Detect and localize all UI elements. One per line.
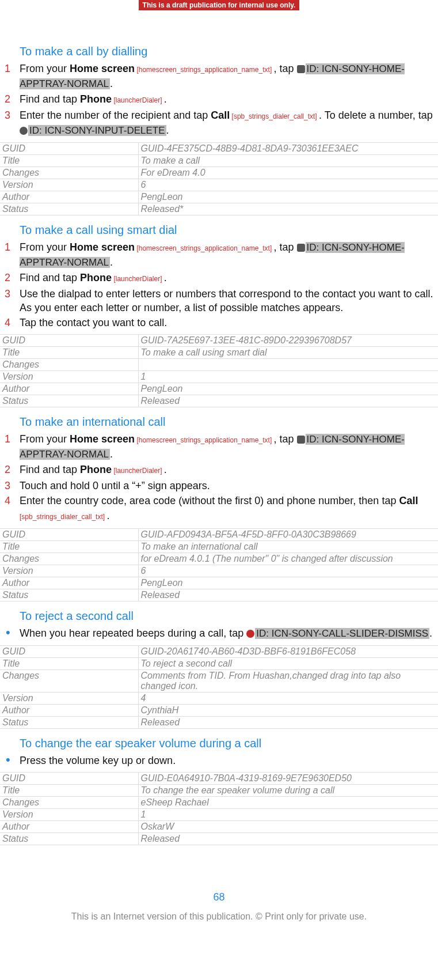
meta-key: GUID	[0, 646, 138, 658]
phone-ref: [launcherDialer]	[112, 275, 164, 283]
meta-row: TitleTo make a call using smart dial	[0, 347, 438, 359]
meta-value: To make a call	[138, 155, 438, 167]
step-text: Touch and hold 0 until a “+” sign appear…	[20, 479, 436, 493]
step-item: 1From your Home screen [homescreen_strin…	[2, 62, 438, 92]
meta-row: AuthorCynthiaH	[0, 705, 438, 717]
meta-row: ChangesComments from TID. From Huashan,c…	[0, 670, 438, 693]
meta-value: OskarW	[138, 821, 438, 833]
meta-key: Version	[0, 565, 138, 577]
phone-label: Phone	[80, 93, 112, 105]
bullet-icon: •	[2, 754, 20, 766]
step-text: Find and tap Phone [launcherDialer] .	[20, 92, 436, 107]
meta-row: TitleTo make an international call	[0, 541, 438, 553]
meta-row: Version4	[0, 693, 438, 705]
meta-key: Version	[0, 371, 138, 383]
step-number: 1	[2, 240, 20, 254]
step-text: Enter the country code, area code (witho…	[20, 494, 436, 524]
meta-key: Title	[0, 347, 138, 359]
step-text: Find and tap Phone [launcherDialer] .	[20, 271, 436, 286]
home-screen-label: Home screen	[70, 433, 135, 445]
phone-ref: [launcherDialer]	[112, 96, 164, 104]
page-number: 68	[0, 891, 438, 903]
meta-value: CynthiaH	[138, 705, 438, 717]
step-number: 3	[2, 287, 20, 301]
meta-value: 4	[138, 693, 438, 705]
step-number: 2	[2, 92, 20, 106]
step-number: 1	[2, 432, 20, 446]
meta-key: Author	[0, 191, 138, 203]
meta-row: Version6	[0, 179, 438, 191]
meta-key: Status	[0, 395, 138, 407]
meta-key: Version	[0, 693, 138, 705]
meta-row: AuthorPengLeon	[0, 577, 438, 589]
bullet-icon: •	[2, 626, 20, 639]
meta-value: PengLeon	[138, 191, 438, 203]
meta-row: ChangeseSheep Rachael	[0, 797, 438, 809]
meta-row: StatusReleased	[0, 833, 438, 845]
meta-value: 6	[138, 179, 438, 191]
meta-row: StatusReleased	[0, 589, 438, 601]
meta-row: AuthorOskarW	[0, 821, 438, 833]
step-item: 1From your Home screen [homescreen_strin…	[2, 432, 438, 463]
call-ref: [spb_strings_dialer_call_txt]	[230, 112, 319, 120]
apptray-icon	[297, 244, 305, 252]
meta-row: AuthorPengLeon	[0, 191, 438, 203]
meta-value: Released*	[138, 203, 438, 215]
section-title: To make a call by dialling	[20, 45, 438, 58]
meta-row: Version1	[0, 809, 438, 821]
page-footer: This is an Internet version of this publ…	[0, 911, 438, 925]
step-item: 2Find and tap Phone [launcherDialer] .	[2, 463, 438, 479]
meta-key: Changes	[0, 670, 138, 693]
step-item: 3Enter the number of the recipient and t…	[2, 108, 438, 139]
section-title: To make an international call	[20, 415, 438, 429]
step-number: 1	[2, 62, 20, 75]
apptray-icon	[297, 436, 305, 444]
meta-value: 6	[138, 565, 438, 577]
meta-table: GUIDGUID-20A61740-AB60-4D3D-BBF6-8191B6F…	[0, 645, 438, 729]
step-number: 2	[2, 463, 20, 476]
meta-value: Released	[138, 717, 438, 729]
meta-key: GUID	[0, 143, 138, 155]
step-text: Find and tap Phone [launcherDialer] .	[20, 463, 436, 478]
step-number: 4	[2, 494, 20, 508]
meta-key: Changes	[0, 553, 138, 565]
step-item: 3Touch and hold 0 until a “+” sign appea…	[2, 479, 438, 494]
meta-value: 1	[138, 809, 438, 821]
steps-list: •Press the volume key up or down.	[0, 754, 438, 769]
meta-value: For eDream 4.0	[138, 167, 438, 179]
meta-row: StatusReleased	[0, 717, 438, 729]
phone-label: Phone	[80, 272, 112, 283]
meta-row: GUIDGUID-E0A64910-7B0A-4319-8169-9E7E963…	[0, 773, 438, 785]
meta-value: PengLeon	[138, 577, 438, 589]
step-number: 3	[2, 479, 20, 493]
dismiss-icon	[246, 630, 254, 638]
step-item: •When you hear repeated beeps during a c…	[2, 626, 438, 642]
meta-value: 1	[138, 371, 438, 383]
step-text: Enter the number of the recipient and ta…	[20, 108, 436, 138]
meta-row: TitleTo make a call	[0, 155, 438, 167]
meta-row: StatusReleased	[0, 395, 438, 407]
meta-key: Author	[0, 821, 138, 833]
step-item: 4Enter the country code, area code (with…	[2, 494, 438, 525]
call-ref: [spb_strings_dialer_call_txt]	[20, 513, 106, 521]
meta-value: To make a call using smart dial	[138, 347, 438, 359]
meta-value: GUID-7A25E697-13EE-481C-89D0-229396708D5…	[138, 335, 438, 347]
meta-value: PengLeon	[138, 383, 438, 395]
meta-row: GUIDGUID-4FE375CD-48B9-4D81-8DA9-730361E…	[0, 143, 438, 155]
meta-row: Changesfor eDream 4.0.1 (The number" 0" …	[0, 553, 438, 565]
meta-row: AuthorPengLeon	[0, 383, 438, 395]
meta-key: Status	[0, 589, 138, 601]
meta-key: Changes	[0, 359, 138, 371]
delete-id: ID: ICN-SONY-INPUT-DELETE	[28, 125, 166, 136]
step-text: Press the volume key up or down.	[20, 754, 436, 767]
section-title: To reject a second call	[20, 610, 438, 623]
meta-key: Author	[0, 577, 138, 589]
meta-table: GUIDGUID-E0A64910-7B0A-4319-8169-9E7E963…	[0, 772, 438, 845]
phone-label: Phone	[80, 464, 112, 475]
section-title: To make a call using smart dial	[20, 224, 438, 237]
meta-value: GUID-20A61740-AB60-4D3D-BBF6-8191B6FEC05…	[138, 646, 438, 658]
meta-value: GUID-AFD0943A-BF5A-4F5D-8FF0-0A30C3B9866…	[138, 529, 438, 541]
home-screen-label: Home screen	[70, 241, 135, 253]
meta-key: Title	[0, 541, 138, 553]
step-item: 1From your Home screen [homescreen_strin…	[2, 240, 438, 271]
